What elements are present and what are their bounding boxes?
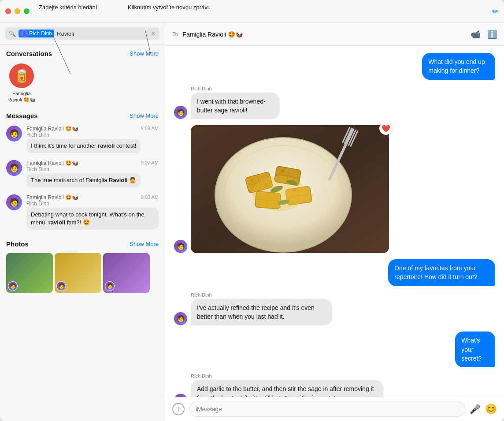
search-chip[interactable]: 👤 Rich Dinh bbox=[19, 30, 54, 37]
photos-show-more-button[interactable]: Show More bbox=[130, 241, 159, 247]
compose-button[interactable]: ✏︎ bbox=[492, 7, 499, 16]
sidebar: 🔍 👤 Rich Dinh ✕ Conversations Show More bbox=[0, 23, 165, 421]
search-input-wrapper[interactable]: 🔍 👤 Rich Dinh ✕ bbox=[5, 27, 159, 40]
chat-message-received: Rich Dinh 🧑 I went with that browned-but… bbox=[174, 86, 495, 119]
close-button[interactable] bbox=[5, 8, 11, 14]
chat-bubble-received: Add garlic to the butter, and then stir … bbox=[191, 380, 383, 397]
reaction-bubble: ❤️ bbox=[379, 122, 393, 135]
message-time: 9:03 AM bbox=[141, 194, 159, 207]
message-content: Famiglia Ravioli 🤩🦦Rich Dinh 9:07 AM The… bbox=[26, 160, 159, 187]
conversation-item[interactable]: 🥫 Famiglia Ravioli 🤩🦦 bbox=[6, 63, 37, 103]
chat-photo bbox=[191, 125, 389, 253]
chat-bubble-received: I went with that browned-butter sage rav… bbox=[191, 93, 280, 119]
search-chip-label: Rich Dinh bbox=[29, 30, 52, 37]
message-text-before: I think it's time for another bbox=[31, 142, 98, 149]
message-sender: Famiglia Ravioli 🤩🦦Rich Dinh bbox=[26, 194, 78, 207]
search-icon: 🔍 bbox=[9, 30, 16, 37]
app-window: Zadejte kritéria hledání Kliknutím vytvo… bbox=[0, 0, 504, 421]
main-content: 🔍 👤 Rich Dinh ✕ Conversations Show More bbox=[0, 23, 504, 421]
chat-input-area: + 🎤 😊 bbox=[165, 397, 504, 421]
search-clear-button[interactable]: ✕ bbox=[151, 30, 156, 37]
chat-header: To: Famiglia Ravioli 🤩🦦 📹 ℹ️ bbox=[165, 23, 504, 46]
chat-message-sent: What's your secret? bbox=[174, 332, 495, 367]
chat-msg-row: One of my favorites from your repertoire… bbox=[317, 259, 495, 286]
message-sender: Famiglia Ravioli 🤩🦦Rich Dinh bbox=[26, 126, 78, 138]
message-bubble: The true matriarch of Famiglia Ravioli 🙅 bbox=[26, 173, 141, 187]
message-highlight: ravioli bbox=[48, 219, 65, 226]
message-avatar: 🧑 bbox=[6, 194, 22, 210]
photo-thumbnail[interactable]: 🧑 bbox=[55, 253, 101, 293]
chat-input-audio-button[interactable]: 🎤 bbox=[470, 404, 481, 414]
minimize-button[interactable] bbox=[15, 8, 20, 14]
photo-thumb-avatar: 🧑 bbox=[105, 281, 115, 291]
message-content: Famiglia Ravioli 🤩🦦Rich Dinh 9:03 AM Deb… bbox=[26, 194, 159, 230]
chat-area: To: Famiglia Ravioli 🤩🦦 📹 ℹ️ What did yo… bbox=[165, 23, 504, 421]
messages-show-more-button[interactable]: Show More bbox=[130, 112, 159, 119]
list-item[interactable]: 🧑 Famiglia Ravioli 🤩🦦Rich Dinh 9:09 AM I… bbox=[0, 122, 165, 156]
message-content: Famiglia Ravioli 🤩🦦Rich Dinh 9:09 AM I t… bbox=[26, 126, 159, 153]
message-text-after: contest! bbox=[115, 142, 136, 149]
chat-photo-container[interactable]: ❤️ bbox=[191, 125, 389, 253]
chat-msg-row: 🧑 I've actually refined the recipe and i… bbox=[174, 299, 410, 326]
message-highlight: ravioli bbox=[98, 142, 115, 149]
message-bubble: I think it's time for another ravioli co… bbox=[26, 139, 141, 153]
maximize-button[interactable] bbox=[24, 8, 30, 14]
chat-header-icons: 📹 ℹ️ bbox=[471, 30, 497, 39]
chat-input-field[interactable] bbox=[189, 402, 465, 417]
chat-message-photo: 🧑 bbox=[174, 125, 495, 253]
chat-sender-name: Rich Dinh bbox=[191, 373, 212, 379]
chat-message-sent: One of my favorites from your repertoire… bbox=[174, 259, 495, 286]
chat-msg-avatar: 🧑 bbox=[174, 394, 187, 397]
chat-bubble-sent: What did you end up making for dinner? bbox=[422, 53, 495, 80]
search-input[interactable] bbox=[57, 30, 148, 37]
search-bar: 🔍 👤 Rich Dinh ✕ bbox=[0, 23, 165, 45]
traffic-lights bbox=[5, 8, 30, 14]
chat-to-label: To: bbox=[172, 31, 180, 37]
photos-grid: 🧑 🧑 🧑 bbox=[0, 250, 165, 298]
compose-icon: ✏︎ bbox=[492, 7, 499, 16]
message-time: 9:09 AM bbox=[141, 126, 159, 138]
chat-msg-row: 🧑 I went with that browned-butter sage r… bbox=[174, 93, 322, 119]
conversations-show-more-button[interactable]: Show More bbox=[130, 50, 159, 57]
conversations-section-header: Conversations Show More bbox=[0, 45, 165, 60]
photos-section-header: Photos Show More bbox=[0, 235, 165, 250]
conversations-list: 🥫 Famiglia Ravioli 🤩🦦 bbox=[0, 60, 165, 107]
message-bubble: Debating what to cook tonight. What's on… bbox=[26, 208, 159, 230]
message-avatar: 🧑 bbox=[6, 126, 22, 142]
message-sender: Famiglia Ravioli 🤩🦦Rich Dinh bbox=[26, 160, 78, 172]
photo-thumbnail[interactable]: 🧑 bbox=[6, 253, 53, 293]
chat-msg-row: 🧑 bbox=[174, 125, 389, 253]
chat-msg-row: What's your secret? bbox=[429, 332, 495, 367]
chat-input-emoji-button[interactable]: 😊 bbox=[485, 403, 497, 415]
info-button[interactable]: ℹ️ bbox=[487, 30, 497, 39]
list-item[interactable]: 🧑 Famiglia Ravioli 🤩🦦Rich Dinh 9:07 AM T… bbox=[0, 156, 165, 191]
title-bar: ✏︎ bbox=[0, 0, 504, 23]
chat-message-received: Rich Dinh 🧑 I've actually refined the re… bbox=[174, 292, 495, 326]
chat-bubble-sent: What's your secret? bbox=[455, 332, 495, 367]
chat-msg-row: 🧑 Add garlic to the butter, and then sti… bbox=[174, 380, 495, 397]
conversation-avatar: 🥫 bbox=[9, 63, 34, 88]
message-meta: Famiglia Ravioli 🤩🦦Rich Dinh 9:03 AM bbox=[26, 194, 159, 207]
chat-msg-avatar: 🧑 bbox=[174, 312, 187, 325]
message-time: 9:07 AM bbox=[141, 160, 159, 172]
photo-thumbnail[interactable]: 🧑 bbox=[103, 253, 150, 293]
messages-section-header: Messages Show More bbox=[0, 107, 165, 122]
chat-sender-name: Rich Dinh bbox=[191, 292, 212, 298]
conversation-name: Famiglia Ravioli 🤩🦦 bbox=[6, 90, 37, 103]
video-call-button[interactable]: 📹 bbox=[471, 30, 480, 39]
message-avatar: 🧑 bbox=[6, 160, 22, 176]
messages-list: 🧑 Famiglia Ravioli 🤩🦦Rich Dinh 9:09 AM I… bbox=[0, 122, 165, 235]
message-meta: Famiglia Ravioli 🤩🦦Rich Dinh 9:09 AM bbox=[26, 126, 159, 138]
message-highlight: Ravioli bbox=[109, 177, 128, 183]
message-meta: Famiglia Ravioli 🤩🦦Rich Dinh 9:07 AM bbox=[26, 160, 159, 172]
photos-section-title: Photos bbox=[6, 240, 29, 248]
list-item[interactable]: 🧑 Famiglia Ravioli 🤩🦦Rich Dinh 9:03 AM D… bbox=[0, 191, 165, 233]
photo-thumb-avatar: 🧑 bbox=[56, 281, 66, 291]
chat-message-sent: What did you end up making for dinner? bbox=[174, 53, 495, 80]
chat-input-add-button[interactable]: + bbox=[172, 403, 185, 415]
svg-point-28 bbox=[252, 176, 305, 211]
chat-photo-inner bbox=[191, 125, 389, 253]
photo-thumb-avatar: 🧑 bbox=[8, 281, 18, 291]
chat-messages: What did you end up making for dinner? R… bbox=[165, 46, 504, 397]
chat-contact-name: Famiglia Ravioli 🤩🦦 bbox=[182, 31, 243, 38]
